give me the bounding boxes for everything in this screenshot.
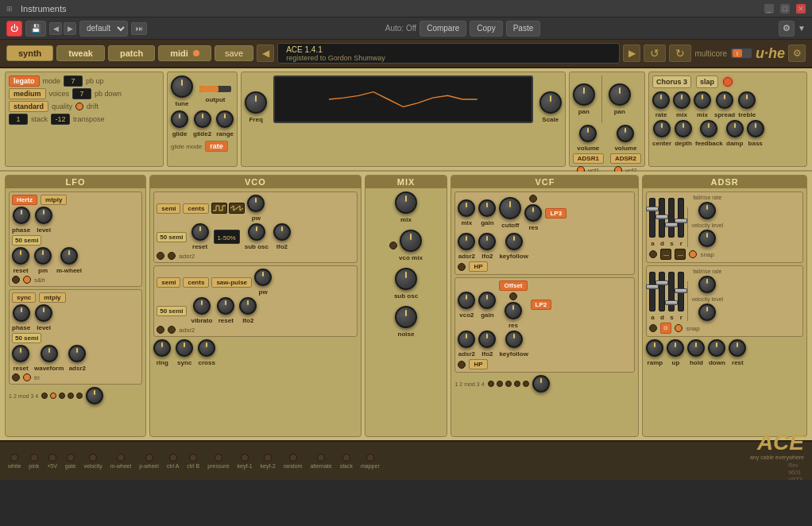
lfo2-level-knob[interactable] <box>35 304 52 322</box>
vco2-saw-btn[interactable]: saw-pulse <box>211 277 252 288</box>
signal-dot-+5V[interactable] <box>48 454 56 462</box>
pb-up-val[interactable]: 7 <box>64 75 83 87</box>
settings-arrow[interactable]: ▼ <box>798 24 806 33</box>
vcf2-offset-btn[interactable]: Offset <box>499 280 527 291</box>
lfo1-reset-knob[interactable] <box>12 247 29 265</box>
spread-knob[interactable] <box>716 91 733 109</box>
vcf1-keyfollow-knob[interactable] <box>505 233 523 250</box>
lfo-conn1[interactable] <box>41 393 48 399</box>
save-preset-btn[interactable]: save <box>215 45 253 61</box>
adsr2-toggle1[interactable] <box>649 324 657 332</box>
drift-toggle[interactable] <box>75 102 83 110</box>
vcf-conn1[interactable] <box>488 381 494 387</box>
vcf1-res-toggle[interactable] <box>529 195 537 203</box>
vco2-reset-knob[interactable] <box>217 297 234 315</box>
vcf-conn4[interactable] <box>514 381 520 387</box>
lfo2-phase-knob[interactable] <box>13 304 30 322</box>
signal-dot-keyf-1[interactable] <box>241 454 249 462</box>
lfo2-mtply-btn[interactable]: mtply <box>39 292 65 303</box>
vco-ring-knob[interactable] <box>153 339 171 357</box>
tab-synth[interactable]: synth <box>6 45 53 61</box>
damp-knob[interactable] <box>726 120 744 137</box>
adsr2-d-slider[interactable]: d <box>659 272 665 321</box>
power-button[interactable]: ⏻ <box>6 21 22 37</box>
lfo1-level-knob[interactable] <box>35 207 52 224</box>
adsr2-fall-rise-knob[interactable] <box>698 276 716 293</box>
center-knob[interactable] <box>653 120 671 137</box>
vcf1-hp-btn[interactable]: HP <box>469 261 487 272</box>
adsr1-d-slider[interactable]: d <box>659 198 665 247</box>
vcf2-hp-btn[interactable]: HP <box>469 359 487 369</box>
lfo-main-knob[interactable] <box>86 387 103 404</box>
vco1-wave2-btn[interactable] <box>229 203 245 214</box>
feedback-knob[interactable] <box>700 120 717 137</box>
multicore-toggle[interactable]: I <box>730 48 752 59</box>
nav-end-btn[interactable]: ⏭ <box>131 22 147 35</box>
legato-btn[interactable]: legato <box>9 75 40 87</box>
vco2-toggle1[interactable] <box>157 326 164 334</box>
standard-btn[interactable]: standard <box>9 101 48 112</box>
vco2-vibrato-knob[interactable] <box>193 297 211 315</box>
signal-dot-stack[interactable] <box>342 454 350 462</box>
signal-dot-alternate[interactable] <box>317 454 325 462</box>
adsr2-velocity-knob[interactable] <box>698 304 716 321</box>
window-close-btn[interactable]: ✕ <box>796 4 806 14</box>
mix-noise-knob[interactable] <box>395 306 417 328</box>
signal-dot-pink[interactable] <box>30 454 38 462</box>
adsr1-extra-btn[interactable]: — <box>660 249 671 260</box>
mix-vco-knob[interactable] <box>400 230 422 252</box>
signal-dot-ctrl B[interactable] <box>189 454 197 462</box>
vco1-wave1-btn[interactable] <box>211 203 227 214</box>
vcf1-lfo2-knob[interactable] <box>478 233 496 250</box>
plugin-settings-btn[interactable]: ⚙ <box>788 44 806 62</box>
vco-sync-knob[interactable] <box>176 339 193 357</box>
paste-btn[interactable]: Paste <box>506 21 541 37</box>
adsr1-velocity-knob[interactable] <box>698 230 716 247</box>
tab-midi[interactable]: midi <box>158 45 211 61</box>
vco1-semi-btn[interactable]: semi <box>157 203 180 214</box>
lfo1-phase-knob[interactable] <box>13 207 30 224</box>
adsr2-extra-btn[interactable]: ⊙ <box>660 323 671 334</box>
medium-btn[interactable]: medium <box>9 88 46 99</box>
mix-vco-toggle[interactable] <box>389 242 397 249</box>
vcf2-res-knob[interactable] <box>505 302 522 319</box>
compare-btn[interactable]: Compare <box>420 21 466 37</box>
mix-knob[interactable] <box>395 191 417 214</box>
lfo-conn2[interactable] <box>50 393 56 399</box>
lfo1-pm-knob[interactable] <box>34 247 52 265</box>
stack-val[interactable]: 1 <box>9 114 28 125</box>
lfo2-adsr2-knob[interactable] <box>68 345 86 362</box>
adsr1-snap-toggle[interactable] <box>689 250 697 258</box>
signal-dot-keyf-2[interactable] <box>264 454 272 462</box>
adsr1-r-slider[interactable]: r <box>678 198 684 247</box>
vcf2-vco2-knob[interactable] <box>458 292 475 309</box>
lfo1-sh-toggle[interactable] <box>23 276 31 284</box>
vco2-adsr2-toggle[interactable] <box>168 326 176 334</box>
vcf2-lfo2-knob[interactable] <box>478 331 496 348</box>
lfo1-toggle1[interactable] <box>12 276 20 284</box>
vol1-knob[interactable] <box>579 125 597 142</box>
signal-dot-m-wheel[interactable] <box>117 454 125 462</box>
signal-dot-gate[interactable] <box>67 454 75 462</box>
vcf1-mix-knob[interactable] <box>458 199 475 217</box>
vcf1-gain-knob[interactable] <box>478 199 496 217</box>
adsr-rest-knob[interactable] <box>729 339 746 357</box>
bass-knob[interactable] <box>747 120 764 137</box>
undo-btn[interactable]: ↺ <box>644 44 666 62</box>
vco2-pw-knob[interactable] <box>254 269 272 286</box>
pan2-knob[interactable] <box>609 83 631 106</box>
vco2-semi-btn[interactable]: semi <box>157 277 180 288</box>
scale-knob[interactable] <box>539 91 562 114</box>
adsr2-btn[interactable]: ADSR2 <box>610 153 641 164</box>
vco-cross-knob[interactable] <box>198 339 215 357</box>
vco1-adsr2-toggle[interactable] <box>168 252 176 260</box>
vco1-reset-knob[interactable] <box>191 223 209 241</box>
preset-nav-left[interactable]: ◀ <box>257 44 274 62</box>
vcf-conn3[interactable] <box>505 381 512 387</box>
save-file-btn[interactable]: 💾 <box>25 21 46 37</box>
redo-btn[interactable]: ↻ <box>669 44 691 62</box>
nav-next-btn[interactable]: ▶ <box>64 22 76 35</box>
settings-gear-btn[interactable]: ⚙ <box>779 21 795 37</box>
vcf-conn2[interactable] <box>497 381 503 387</box>
tab-tweak[interactable]: tweak <box>56 45 105 61</box>
